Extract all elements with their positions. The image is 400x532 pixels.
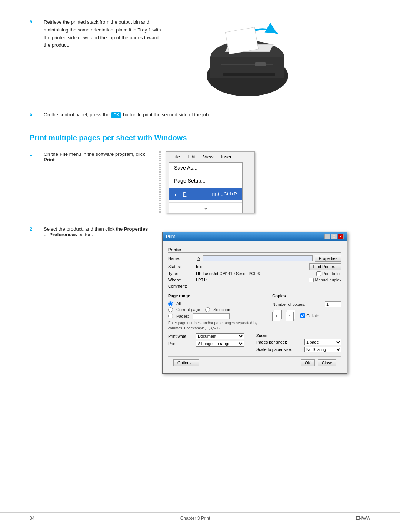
step2-text-end: button.: [77, 232, 93, 237]
minimize-btn[interactable]: ─: [324, 234, 330, 239]
pages-radio[interactable]: [168, 314, 173, 318]
print-to-file-label: Print to file: [316, 271, 341, 276]
comment-label: Comment:: [168, 284, 196, 288]
close-button[interactable]: Close: [318, 359, 336, 366]
footer-page-number: 34: [30, 516, 34, 521]
zoom-section-label: Zoom: [256, 333, 341, 338]
footer-brand: ENWW: [356, 516, 370, 521]
name-label: Name:: [168, 256, 196, 261]
step2-bold2: Preferences: [49, 232, 77, 237]
current-page-radio-row: Current page Selection: [168, 307, 265, 312]
separator2: [171, 187, 240, 187]
print-dialog: Print ─ □ ✕ Printer Name: 🖨 Properties S…: [162, 232, 347, 374]
step1-text-end: .: [55, 157, 56, 163]
pages-label: Pages:: [176, 314, 189, 318]
printer-section-label: Printer: [168, 247, 341, 253]
step6-block: 6. On the control panel, press the OK bu…: [30, 111, 370, 119]
pages-input[interactable]: [193, 313, 230, 319]
collate-img2: 1 1: [286, 310, 297, 322]
collate-checkbox-label: Collate: [300, 313, 319, 318]
close-btn[interactable]: ✕: [338, 234, 344, 239]
step5-image-area: [162, 19, 370, 100]
step2-block: 2. Select the product, and then click th…: [30, 226, 370, 374]
collate-row: 2 1 1 1 Collate: [272, 310, 341, 322]
all-radio[interactable]: [168, 301, 173, 306]
menu-bar: File Edit View Inser: [169, 152, 254, 162]
printer-name-input[interactable]: [203, 255, 313, 261]
step2-bold1: Properties: [124, 226, 148, 232]
menu-file[interactable]: File: [169, 153, 184, 160]
dialog-footer: Options... OK Close: [168, 356, 341, 369]
where-value: LPT1:: [196, 278, 309, 282]
print-what-label: Print what:: [168, 334, 196, 338]
menu-save-as[interactable]: Save As...: [169, 163, 242, 173]
step2-number: 2.: [30, 226, 34, 232]
step6-text-after: button to print the second side of the j…: [121, 112, 210, 117]
separator3: [171, 201, 240, 201]
menu-inser[interactable]: Inser: [217, 153, 235, 160]
selection-radio[interactable]: [205, 307, 210, 312]
step2-text-before: Select the product, and then click the: [44, 226, 124, 232]
menu-page-setup[interactable]: Page Setup...: [169, 175, 242, 186]
range-copies-container: Page range All Current page Selection: [168, 291, 341, 331]
print-select[interactable]: All pages in range: [196, 341, 244, 347]
menu-edit[interactable]: Edit: [184, 153, 199, 160]
print-what-row: Print what: Document: [168, 333, 249, 339]
separator1: [171, 174, 240, 174]
scale-select[interactable]: No Scaling: [304, 347, 341, 352]
collate-images: 2 1 1 1: [272, 310, 297, 322]
step1-bold2: Print: [44, 157, 55, 163]
titlebar-buttons: ─ □ ✕: [324, 234, 344, 239]
collate-label: Collate: [306, 314, 319, 318]
printer-name-row: Name: 🖨 Properties: [168, 255, 341, 262]
print-to-file-checkbox[interactable]: [316, 271, 321, 276]
print-row: Print: All pages in range: [168, 341, 249, 347]
options-button[interactable]: Options...: [173, 359, 199, 366]
scale-row: Scale to paper size: No Scaling: [256, 347, 341, 352]
manual-duplex-label: Manual duplex: [309, 278, 341, 282]
current-page-radio[interactable]: [168, 307, 173, 312]
copies-input[interactable]: [325, 301, 341, 307]
page-range-section: Page range All Current page Selection: [168, 291, 265, 331]
ok-button[interactable]: OK: [301, 359, 315, 366]
status-label: Status:: [168, 264, 196, 269]
pages-per-sheet-select[interactable]: 1 page: [304, 339, 341, 345]
manual-duplex-checkbox[interactable]: [309, 278, 314, 282]
dialog-title: Print: [166, 234, 175, 239]
restore-btn[interactable]: □: [331, 234, 337, 239]
print-what-section: Print what: Document Print: All pages in…: [168, 333, 249, 354]
type-row: Type: HP LaserJet CM1410 Series PCL 6 Pr…: [168, 271, 341, 276]
collate-checkbox[interactable]: [300, 313, 305, 318]
print-what-select[interactable]: Document: [196, 333, 244, 339]
collate-img1: 2 1: [272, 310, 283, 322]
step1-text-middle: menu in the software program, click: [68, 151, 145, 157]
print-what-container: Print what: Document Print: All pages in…: [168, 333, 341, 354]
svg-rect-5: [255, 62, 266, 66]
dialog-titlebar: Print ─ □ ✕: [163, 232, 347, 241]
current-page-label: Current page: [176, 307, 200, 312]
menu-print[interactable]: 🖨 Print... Ctrl+P: [169, 188, 242, 200]
step5-block: 5. Retrieve the printed stack from the o…: [30, 19, 370, 100]
copies-label: Copies: [272, 294, 341, 299]
find-printer-button[interactable]: Find Printer...: [309, 263, 341, 270]
step1-number: 1.: [30, 151, 34, 157]
section-heading: Print multiple pages per sheet with Wind…: [30, 134, 370, 142]
pages-per-sheet-row: Pages per sheet: 1 page: [256, 339, 341, 345]
status-row: Status: Idle Find Printer...: [168, 263, 341, 270]
scale-label: Scale to paper size:: [256, 347, 304, 352]
properties-button[interactable]: Properties: [315, 255, 341, 262]
comment-row: Comment:: [168, 284, 341, 288]
all-radio-row: All: [168, 301, 265, 306]
step2-text-middle: or: [44, 232, 49, 237]
step6-text-before: On the control panel, press the: [44, 112, 111, 117]
where-label: Where:: [168, 278, 196, 282]
svg-rect-6: [223, 73, 275, 76]
step5-number: 5.: [30, 19, 41, 24]
menu-chevron: ⌄: [169, 202, 242, 213]
menu-view[interactable]: View: [199, 153, 217, 160]
number-of-copies-label: Number of copies:: [272, 302, 325, 307]
step6-number: 6.: [30, 111, 41, 117]
step1-block: 1. On the File menu in the software prog…: [30, 151, 370, 213]
copies-section: Copies Number of copies: 2 1: [272, 291, 341, 331]
dialog-body: Printer Name: 🖨 Properties Status: Idle …: [163, 241, 347, 373]
